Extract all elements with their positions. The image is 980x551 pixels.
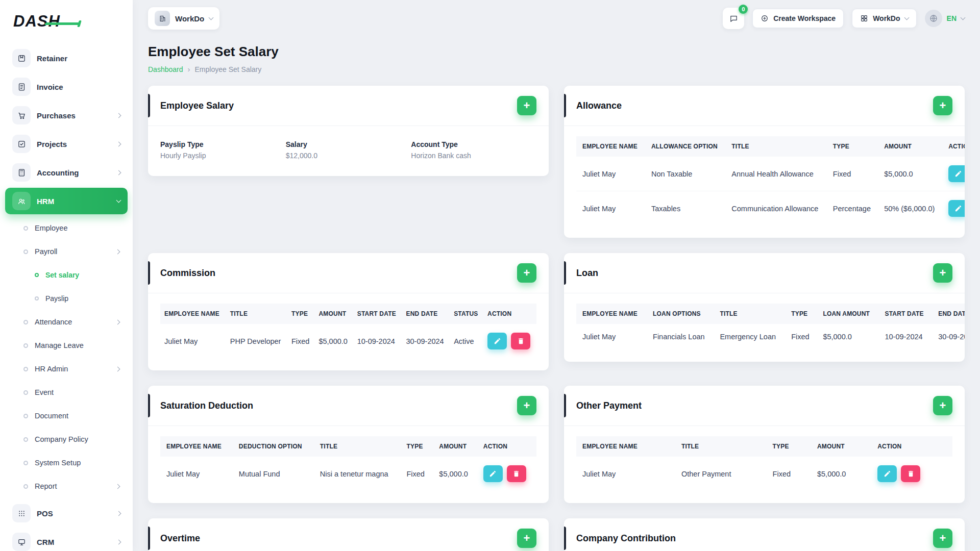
cell-amount: $5,000.0 <box>433 457 477 491</box>
bullet-icon <box>23 461 28 465</box>
cell-end-date: 30-09-2024 <box>402 324 450 358</box>
sidebar-item-set-salary[interactable]: Set salary <box>5 263 128 287</box>
sidebar-item-label: Retainer <box>37 54 67 63</box>
sidebar-item-report[interactable]: Report <box>5 474 128 498</box>
chevron-down-icon <box>904 15 909 20</box>
column-header: Title <box>714 304 785 324</box>
sidebar-menu: Retainer Invoice Purchases Projects Acco… <box>0 45 133 551</box>
add-overtime-button[interactable]: + <box>517 529 536 548</box>
sidebar-item-employee[interactable]: Employee <box>5 216 128 240</box>
column-header: Amount <box>314 304 353 324</box>
company-contribution-card: Company Contribution + <box>564 518 965 551</box>
cell-loan-amount: $5,000.0 <box>817 324 878 349</box>
sidebar-item-label: Set salary <box>45 271 79 279</box>
table-header-row: Employee Name Deduction Option Title Typ… <box>160 436 536 457</box>
invoice-icon <box>12 78 31 96</box>
card-title: Allowance <box>576 101 622 111</box>
cell-type: Fixed <box>827 157 878 191</box>
column-header: Start Date <box>353 304 402 324</box>
add-commission-button[interactable]: + <box>517 263 536 283</box>
employee-salary-card: Employee Salary + Payslip Type Hourly Pa… <box>148 86 549 176</box>
card-header: Commission + <box>148 253 549 293</box>
sidebar-item-projects[interactable]: Projects <box>5 131 128 157</box>
delete-button[interactable] <box>901 465 920 482</box>
sidebar-item-hrm[interactable]: HRM <box>5 188 128 214</box>
card-title: Company Contribution <box>576 533 676 544</box>
topbar: WorkDo 0 Create Workspace WorkDo EN <box>133 0 980 37</box>
employee-salary-fields: Payslip Type Hourly Payslip Salary $12,0… <box>148 126 549 176</box>
breadcrumb: Dashboard › Employee Set Salary <box>148 65 965 73</box>
add-loan-button[interactable]: + <box>933 263 952 283</box>
create-workspace-label: Create Workspace <box>773 14 836 22</box>
cell-title: Nisi a tenetur magna <box>314 457 401 491</box>
card-header: Other Payment + <box>564 386 965 426</box>
breadcrumb-dashboard-link[interactable]: Dashboard <box>148 65 183 73</box>
company-menu-button[interactable]: WorkDo <box>852 9 916 28</box>
column-header: End Date <box>402 304 450 324</box>
column-header: Title <box>725 136 826 157</box>
add-allowance-button[interactable]: + <box>933 96 952 115</box>
sidebar: DASH Retainer Invoice Purchases Projects… <box>0 0 133 551</box>
cell-amount: 50% ($6,000.0) <box>878 191 942 226</box>
cell-employee-name: Juliet May <box>160 324 226 358</box>
field-value: $12,000.0 <box>286 152 411 160</box>
deduction-table: Employee Name Deduction Option Title Typ… <box>160 436 536 491</box>
edit-button[interactable] <box>948 165 965 182</box>
add-salary-button[interactable]: + <box>517 96 536 115</box>
edit-button[interactable] <box>948 200 965 217</box>
add-deduction-button[interactable]: + <box>517 396 536 415</box>
plus-icon: + <box>524 533 530 544</box>
sidebar-item-manage-leave[interactable]: Manage Leave <box>5 334 128 357</box>
edit-button[interactable] <box>483 465 503 482</box>
chevron-right-icon <box>116 511 121 516</box>
sidebar-item-event[interactable]: Event <box>5 381 128 404</box>
delete-button[interactable] <box>511 333 530 349</box>
sidebar-item-payroll[interactable]: Payroll <box>5 240 128 263</box>
edit-button[interactable] <box>877 465 897 482</box>
messages-button[interactable]: 0 <box>723 8 744 29</box>
sidebar-item-invoice[interactable]: Invoice <box>5 73 128 100</box>
delete-button[interactable] <box>507 465 526 482</box>
language-selector[interactable]: EN <box>925 10 965 27</box>
create-workspace-button[interactable]: Create Workspace <box>752 9 844 28</box>
bullet-icon <box>23 226 28 231</box>
plus-icon: + <box>940 533 946 544</box>
cell-loan-options: Financials Loan <box>647 324 714 349</box>
sidebar-item-purchases[interactable]: Purchases <box>5 102 128 129</box>
commission-card: Commission + Employee Name Title Type Am… <box>148 253 549 370</box>
sidebar-item-system-setup[interactable]: System Setup <box>5 451 128 474</box>
allowance-table-wrapper: Employee Name Allowance Option Title Typ… <box>564 126 965 238</box>
edit-button[interactable] <box>487 333 507 349</box>
column-header: Action <box>477 436 536 457</box>
workspace-switcher[interactable]: WorkDo <box>148 7 219 30</box>
add-other-payment-button[interactable]: + <box>933 396 952 415</box>
cell-title: Other Payment <box>675 457 767 491</box>
plus-icon: + <box>524 267 530 279</box>
cell-type: Fixed <box>400 457 433 491</box>
cell-action <box>477 457 536 491</box>
column-header: Amount <box>433 436 477 457</box>
chevron-right-icon <box>116 539 121 544</box>
cell-title: Annual Health Allowance <box>725 157 826 191</box>
sidebar-item-hr-admin[interactable]: HR Admin <box>5 357 128 381</box>
breadcrumb-current: Employee Set Salary <box>195 65 262 73</box>
sidebar-item-company-policy[interactable]: Company Policy <box>5 428 128 451</box>
card-header: Allowance + <box>564 86 965 126</box>
sidebar-item-document[interactable]: Document <box>5 404 128 428</box>
sidebar-item-payslip[interactable]: Payslip <box>5 287 128 310</box>
sidebar-item-attendance[interactable]: Attendance <box>5 310 128 334</box>
sidebar-item-crm[interactable]: CRM <box>5 529 128 551</box>
sidebar-item-retainer[interactable]: Retainer <box>5 45 128 71</box>
sidebar-item-pos[interactable]: POS <box>5 500 128 527</box>
column-header: Action <box>942 136 965 157</box>
add-company-contribution-button[interactable]: + <box>933 529 952 548</box>
app-logo[interactable]: DASH <box>0 0 133 43</box>
column-header: Title <box>226 304 287 324</box>
chevron-right-icon <box>115 484 120 489</box>
cell-deduction-option: Mutual Fund <box>233 457 314 491</box>
chevron-right-icon <box>116 113 121 118</box>
table-header-row: Employee Name Title Type Amount Action <box>576 436 952 457</box>
sidebar-item-accounting[interactable]: Accounting <box>5 159 128 186</box>
bullet-icon <box>23 343 28 348</box>
plus-icon: + <box>940 400 946 411</box>
